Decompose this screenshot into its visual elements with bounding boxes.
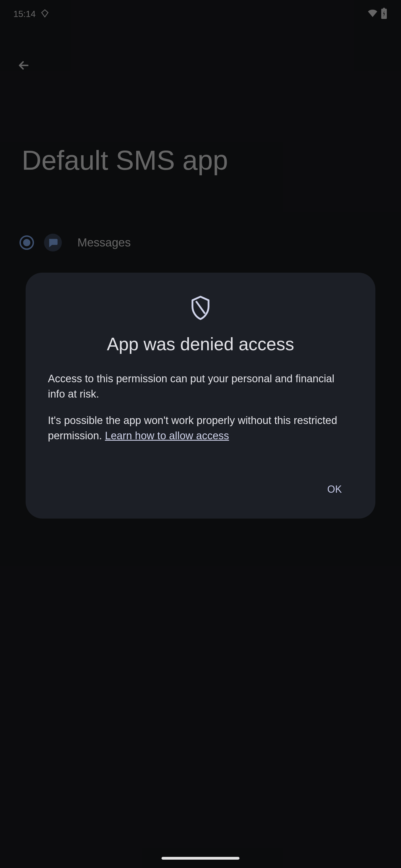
learn-more-link[interactable]: Learn how to allow access (105, 430, 229, 441)
permission-denied-dialog: App was denied access Access to this per… (26, 273, 375, 519)
dialog-actions: OK (48, 477, 353, 502)
ok-button[interactable]: OK (316, 477, 353, 502)
dialog-body-1: Access to this permission can put your p… (48, 371, 353, 402)
dialog-body-2: It's possible the app won't work properl… (48, 413, 353, 443)
shield-icon (48, 295, 353, 320)
dialog-title: App was denied access (48, 334, 353, 354)
navigation-handle[interactable] (162, 857, 239, 860)
